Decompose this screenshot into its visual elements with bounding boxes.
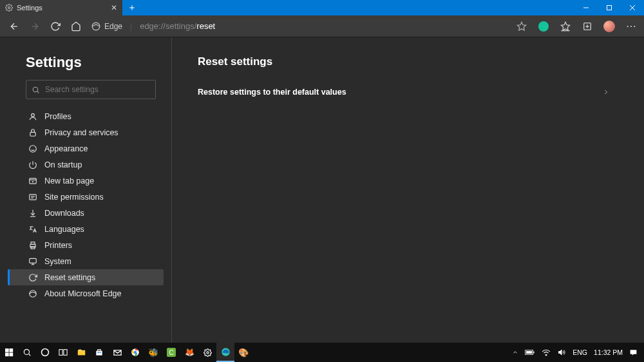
download-icon <box>28 209 38 218</box>
address-bar[interactable]: Edge | edge://settings/reset <box>91 21 215 31</box>
cortana-icon[interactable] <box>36 343 54 362</box>
taskview-icon[interactable] <box>54 343 72 362</box>
window-controls <box>574 0 644 15</box>
paint-icon[interactable]: 🎨 <box>234 343 252 362</box>
restore-defaults-row[interactable]: Restore settings to their default values <box>198 84 610 100</box>
svg-rect-43 <box>100 352 101 353</box>
sidebar-item-site-permissions[interactable]: Site permissions <box>8 189 164 205</box>
chevron-right-icon <box>602 88 610 96</box>
grammarly-extension-icon[interactable] <box>536 19 551 34</box>
toolbar: Edge | edge://settings/reset ⋯ <box>0 15 644 37</box>
svg-point-38 <box>42 349 49 356</box>
language-indicator[interactable]: ENG <box>573 348 587 356</box>
svg-point-54 <box>545 354 547 356</box>
sidebar-item-printers[interactable]: Printers <box>8 237 164 253</box>
sidebar-item-reset-settings[interactable]: Reset settings <box>8 269 164 285</box>
svg-point-12 <box>33 87 38 92</box>
sidebar-title: Settings <box>26 54 164 71</box>
sidebar-item-label: Privacy and services <box>44 128 118 137</box>
sidebar-item-label: Site permissions <box>44 193 104 202</box>
sidebar-item-appearance[interactable]: Appearance <box>8 140 164 157</box>
mail-icon[interactable] <box>108 343 126 362</box>
forward-button[interactable] <box>26 17 44 35</box>
new-tab-button[interactable]: ＋ <box>122 0 142 15</box>
maximize-button[interactable] <box>598 0 621 15</box>
sidebar-item-label: New tab page <box>44 176 94 186</box>
svg-rect-32 <box>5 348 9 352</box>
tab-title: Settings <box>17 4 43 12</box>
sidebar-item-label: About Microsoft Edge <box>44 289 122 298</box>
sidebar-item-languages[interactable]: Languages <box>8 221 164 237</box>
more-menu-icon[interactable]: ⋯ <box>623 19 639 34</box>
favorites-list-icon[interactable] <box>558 19 573 34</box>
app-icon-1[interactable]: 🐝 <box>144 343 162 362</box>
sidebar-item-label: Appearance <box>44 144 88 153</box>
svg-point-49 <box>206 351 208 353</box>
svg-marker-7 <box>561 22 569 30</box>
app-icon-2[interactable]: 🦊 <box>180 343 198 362</box>
setting-label: Restore settings to their default values <box>198 88 346 97</box>
svg-rect-53 <box>526 351 532 354</box>
settings-taskbar-icon[interactable] <box>198 343 216 362</box>
search-icon <box>32 86 40 94</box>
battery-icon[interactable] <box>525 349 535 356</box>
person-icon <box>28 112 38 121</box>
svg-text:C: C <box>169 349 173 356</box>
svg-rect-41 <box>77 351 84 355</box>
file-explorer-icon[interactable] <box>72 343 90 362</box>
notifications-icon[interactable] <box>629 348 638 357</box>
wifi-icon[interactable] <box>542 348 551 356</box>
refresh-button[interactable] <box>46 17 64 35</box>
newtab-icon <box>28 176 38 186</box>
svg-rect-15 <box>30 132 35 136</box>
svg-rect-39 <box>59 350 62 356</box>
store-icon[interactable] <box>90 343 108 362</box>
sidebar-item-new-tab-page[interactable]: New tab page <box>8 173 164 189</box>
lock-icon <box>28 128 38 137</box>
chrome-icon[interactable] <box>126 343 144 362</box>
edge-taskbar-icon[interactable] <box>216 343 234 362</box>
svg-rect-33 <box>9 348 13 352</box>
search-settings-input[interactable] <box>26 80 156 99</box>
sidebar-item-privacy-and-services[interactable]: Privacy and services <box>8 124 164 140</box>
volume-icon[interactable] <box>557 348 566 356</box>
svg-rect-22 <box>30 194 37 199</box>
home-button[interactable] <box>67 17 85 35</box>
power-icon <box>28 160 38 169</box>
sidebar-item-label: On startup <box>44 160 82 169</box>
start-button[interactable] <box>0 343 18 362</box>
sidebar-item-profiles[interactable]: Profiles <box>8 108 164 124</box>
svg-point-0 <box>8 7 10 9</box>
svg-point-14 <box>32 113 35 117</box>
svg-marker-55 <box>559 350 562 355</box>
back-button[interactable] <box>5 17 23 35</box>
minimize-button[interactable] <box>574 0 598 15</box>
sidebar-item-system[interactable]: System <box>8 253 164 269</box>
profile-avatar[interactable] <box>601 19 617 34</box>
sidebar-item-about-microsoft-edge[interactable]: About Microsoft Edge <box>8 285 164 301</box>
close-window-button[interactable] <box>621 0 644 15</box>
search-settings-field[interactable] <box>45 85 150 94</box>
sidebar-item-label: Reset settings <box>44 273 95 282</box>
svg-line-13 <box>37 91 39 93</box>
address-url: edge://settings/reset <box>140 21 215 31</box>
collections-icon[interactable] <box>580 19 595 34</box>
main-content: Reset settings Restore settings to their… <box>172 37 644 343</box>
svg-rect-52 <box>534 352 535 354</box>
sidebar-item-label: Profiles <box>44 112 71 121</box>
gear-icon <box>5 4 13 12</box>
tray-chevron-icon[interactable] <box>512 349 518 356</box>
reset-icon <box>28 273 38 282</box>
sidebar-item-label: Printers <box>44 241 72 250</box>
sidebar-item-on-startup[interactable]: On startup <box>8 157 164 173</box>
camtasia-icon[interactable]: C <box>162 343 180 362</box>
svg-point-31 <box>30 290 37 297</box>
browser-tab[interactable]: Settings ✕ <box>0 0 122 15</box>
tab-close-icon[interactable]: ✕ <box>111 3 117 12</box>
sidebar-item-downloads[interactable]: Downloads <box>8 205 164 221</box>
svg-point-36 <box>24 349 29 354</box>
svg-marker-6 <box>517 22 526 30</box>
favorite-star-icon[interactable] <box>514 19 529 34</box>
clock[interactable]: 11:32 PM <box>594 348 623 356</box>
search-taskbar-icon[interactable] <box>18 343 36 362</box>
